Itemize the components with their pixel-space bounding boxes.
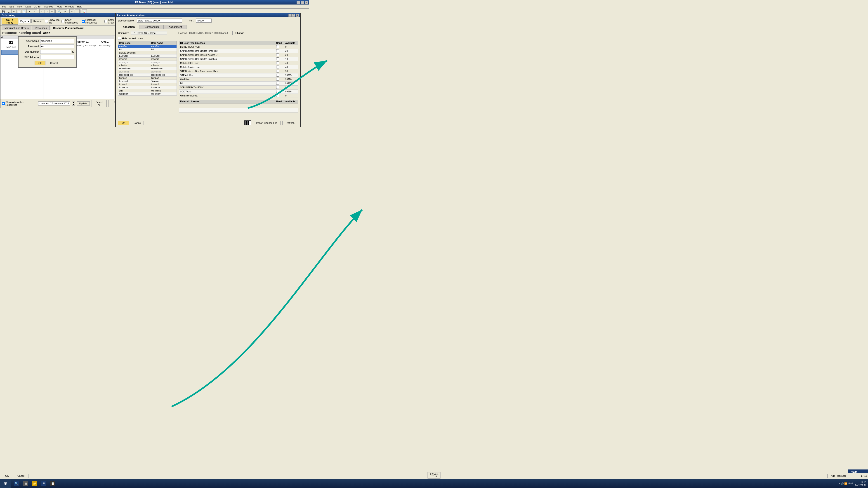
used-checkbox[interactable]: [276, 74, 279, 76]
used-checkbox[interactable]: [276, 49, 279, 52]
table-row[interactable]: SAP Business One Limited Financial: 20: [179, 49, 298, 53]
table-row[interactable]: EDsUser EDsUser: [118, 55, 177, 58]
table-row[interactable]: tomaszd Tomasz: [118, 80, 177, 83]
table-row[interactable]: manager manager: [118, 61, 177, 64]
import-license-button[interactable]: Import License File: [253, 121, 281, 125]
port-input[interactable]: [196, 19, 212, 23]
menu-data[interactable]: Data: [24, 5, 32, 8]
rpb-col-5: Ove... Pass-through: [96, 36, 114, 99]
days-combo[interactable]: Days: [19, 19, 31, 23]
change-button[interactable]: Change: [232, 31, 247, 35]
table-row[interactable]: sebastianw sebastianw: [118, 67, 177, 70]
maximize-button[interactable]: □: [301, 1, 304, 4]
user-name-cell: tomaszm: [150, 86, 177, 89]
table-row[interactable]: SAP Business One Limited Logistics 18: [179, 57, 298, 61]
show-alternative-checkbox[interactable]: [2, 102, 5, 105]
used-checkbox[interactable]: [276, 66, 279, 68]
table-row: [179, 112, 298, 117]
show-resource-chart-checkbox[interactable]: [104, 20, 107, 23]
menu-goto[interactable]: Go To: [33, 5, 42, 8]
type-cell: SAP Business One Limited Financial:: [179, 49, 275, 53]
menu-edit[interactable]: Edit: [8, 5, 15, 8]
user-code-cell: Workflow: [118, 92, 150, 96]
table-row[interactable]: B1i 99987: [179, 82, 298, 86]
spinner-up[interactable]: ▲: [72, 101, 74, 103]
tab-manufacturing-orders[interactable]: Manufacturing Orders: [2, 26, 31, 30]
menu-help[interactable]: Help: [76, 5, 84, 8]
table-row[interactable]: Support Support: [118, 76, 177, 80]
license-refresh-button[interactable]: Refresh: [282, 121, 298, 125]
login-ok-button[interactable]: Ok: [35, 61, 45, 65]
table-row[interactable]: tomaszk tomaszk: [118, 83, 177, 86]
spinner-down[interactable]: ▼: [72, 103, 74, 105]
table-row[interactable]: sreenidhir sreenidhir: [118, 70, 177, 73]
license-tab-assignment[interactable]: Assignment: [164, 25, 186, 29]
user-code-cell: tomaszk: [118, 83, 150, 86]
license-close-button[interactable]: ✕: [296, 14, 299, 17]
license-tab-components[interactable]: Components: [140, 25, 163, 29]
license-tab-allocation[interactable]: Allocation: [118, 25, 140, 29]
rpb-col-5-header: [96, 36, 114, 39]
table-row[interactable]: wini Winicjusz: [118, 89, 177, 92]
server-input[interactable]: [137, 19, 182, 23]
table-row[interactable]: B1i B1i: [118, 48, 177, 51]
used-checkbox[interactable]: [276, 94, 279, 97]
table-row[interactable]: Mobile Sales User 49: [179, 61, 298, 65]
password-input[interactable]: [40, 44, 74, 48]
date-input[interactable]: [38, 101, 70, 105]
go-to-today-button[interactable]: Go To Today: [2, 18, 18, 25]
license-maximize-button[interactable]: □: [292, 14, 295, 17]
table-row[interactable]: robertm robertm: [118, 64, 177, 67]
doc-number-input[interactable]: [40, 50, 71, 54]
minimize-button[interactable]: _: [297, 1, 300, 4]
table-row[interactable]: maciejp maciejp: [118, 58, 177, 61]
used-checkbox[interactable]: [276, 78, 279, 80]
hide-locked-label: Hide Locked Users: [122, 37, 143, 40]
menu-window[interactable]: Window: [64, 5, 75, 8]
hide-locked-checkbox[interactable]: [118, 37, 121, 40]
table-row[interactable]: B1IINDIRECT HOB 0: [179, 45, 298, 49]
table-row[interactable]: tomaszm tomaszm: [118, 86, 177, 89]
license-minimize-button[interactable]: _: [288, 14, 291, 17]
table-row[interactable]: SAP Business One Indirect Access U 20: [179, 53, 298, 57]
table-row[interactable]: Mobile Service User 49: [179, 65, 298, 69]
used-checkbox[interactable]: [276, 57, 279, 60]
tab-resource-planning-board[interactable]: Resource Planning Board: [50, 26, 86, 30]
menu-modules[interactable]: Modules: [42, 5, 55, 8]
table-row[interactable]: Workflow 99990: [179, 77, 298, 82]
login-cancel-button[interactable]: Cancel: [48, 61, 60, 65]
table-row[interactable]: dariusz.golomski: [118, 51, 177, 55]
sld-address-input[interactable]: [40, 55, 74, 59]
username-input[interactable]: [40, 39, 74, 43]
table-row[interactable]: Workflow Workflow: [118, 92, 177, 96]
close-button[interactable]: ✕: [305, 1, 308, 4]
license-cancel-button[interactable]: Cancel: [131, 121, 144, 125]
table-row[interactable]: SAP Business One Professional User 38: [179, 69, 298, 73]
used-checkbox[interactable]: [276, 82, 279, 85]
table-row[interactable]: Workflow Indirect 0: [179, 94, 298, 98]
table-row[interactable]: SAP-INTERCOMPANY 97: [179, 86, 298, 90]
used-cell: [275, 90, 284, 94]
type-cell: Workflow: [179, 77, 275, 82]
used-checkbox[interactable]: [276, 61, 279, 64]
historical-resources-checkbox[interactable]: [82, 20, 85, 23]
used-checkbox[interactable]: [276, 70, 279, 72]
used-checkbox[interactable]: [276, 90, 279, 93]
used-checkbox[interactable]: [276, 86, 279, 89]
menu-tools[interactable]: Tools: [55, 5, 63, 8]
select-all-button[interactable]: Select All: [92, 100, 107, 107]
used-checkbox[interactable]: [276, 53, 279, 56]
menu-view[interactable]: View: [16, 5, 24, 8]
table-row[interactable]: SAP AddOns 99985: [179, 73, 298, 77]
table-row[interactable]: SDK Tools 99996: [179, 90, 298, 94]
show-interruptions-checkbox[interactable]: [61, 20, 64, 23]
update-button[interactable]: Update: [76, 101, 90, 105]
menu-file[interactable]: File: [1, 5, 8, 8]
table-row[interactable]: AlertSvc AlertSvc: [118, 45, 177, 48]
refresh-button[interactable]: Refresh: [31, 19, 44, 23]
tab-resources[interactable]: Resources: [32, 26, 50, 30]
license-ok-button[interactable]: OK: [118, 121, 129, 125]
show-tooltip-checkbox[interactable]: [45, 20, 48, 23]
used-checkbox[interactable]: [276, 45, 279, 48]
table-row[interactable]: sreenidhir_qc sreenidhir_qc: [118, 73, 177, 76]
